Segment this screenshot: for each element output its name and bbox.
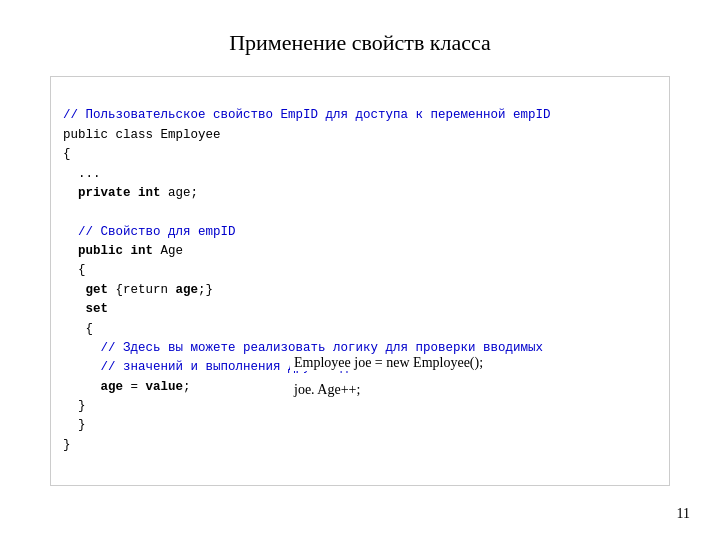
overlay-text-1: Employee joe = new Employee(); — [290, 355, 487, 371]
overlay-text-2: joe. Age++; — [290, 382, 364, 398]
slide-title: Применение свойств класса — [50, 30, 670, 56]
slide: Применение свойств класса // Пользовател… — [0, 0, 720, 540]
code-line-6 — [63, 205, 71, 219]
code-line-12: { — [63, 322, 93, 336]
code-comment-1: // Пользовательское свойство EmpID для д… — [63, 108, 551, 122]
code-line-4: ... — [63, 167, 101, 181]
code-line-8: public int Age — [63, 244, 183, 258]
code-line-3: { — [63, 147, 71, 161]
page-number: 11 — [677, 506, 690, 522]
code-comment-2: // Свойство для empID — [63, 225, 236, 239]
code-block: // Пользовательское свойство EmpID для д… — [50, 76, 670, 486]
code-line-5: private int age; — [63, 186, 198, 200]
code-line-2: public class Employee — [63, 128, 221, 142]
code-line-18: } — [63, 438, 71, 452]
code-line-15: age = value; — [63, 380, 191, 394]
code-line-16: } — [63, 399, 86, 413]
code-comment-3: // Здесь вы можете реализовать логику дл… — [63, 341, 543, 355]
code-line-17: } — [63, 418, 86, 432]
code-line-10: get {return age;} — [63, 283, 213, 297]
code-line-11: set — [63, 302, 108, 316]
code-line-9: { — [63, 263, 86, 277]
